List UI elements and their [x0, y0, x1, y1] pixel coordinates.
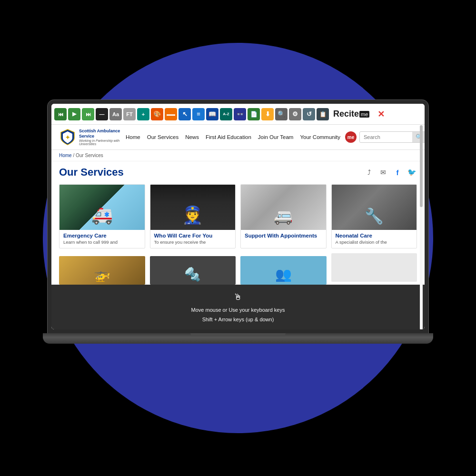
- glasses-button[interactable]: 👓: [234, 108, 246, 120]
- breadcrumb-home[interactable]: Home: [59, 153, 72, 158]
- recite-logo: Reciteme: [333, 109, 369, 119]
- card-image-mechanic: [150, 256, 236, 285]
- scrollbar-track: [420, 125, 423, 329]
- instruction-line1: Move mouse or Use your keyboard keys: [191, 307, 285, 313]
- nav-join-team[interactable]: Join Our Team: [258, 134, 294, 140]
- logo-shield-icon: ✦: [59, 129, 76, 146]
- font-size-button[interactable]: Aa: [109, 108, 122, 120]
- color-wheel-button[interactable]: 🎨: [151, 108, 163, 120]
- card-title-neonatal-care: Neonatal Care: [332, 230, 417, 239]
- page-title: Our Services: [59, 166, 124, 178]
- stop-button[interactable]: —: [96, 108, 108, 120]
- dictionary-button[interactable]: A-Z: [220, 108, 232, 120]
- card-image-group: [240, 256, 327, 285]
- keyboard-instruction-overlay: 🖱 Move mouse or Use your keyboard keys S…: [51, 285, 425, 329]
- scrollbar-thumb[interactable]: [420, 125, 423, 207]
- cursor-button[interactable]: ↖: [178, 108, 191, 120]
- nav-home[interactable]: Home: [126, 134, 140, 140]
- email-share-icon[interactable]: ✉: [378, 167, 388, 178]
- card-image-helicopter: [59, 256, 145, 285]
- card-image-placeholder: [331, 253, 417, 282]
- close-toolbar-button[interactable]: ✕: [375, 108, 387, 120]
- page-title-row: Our Services ⤴ ✉ f 🐦: [59, 166, 417, 178]
- text-align-button[interactable]: ≡: [192, 108, 205, 120]
- service-cards-grid: Emergency Care Learn when to call 999 an…: [59, 184, 417, 248]
- svg-text:✦: ✦: [65, 134, 70, 141]
- laptop-device: ⏮ ▶ ⏭ — Aa FT + 🎨 ▬▬ ↖ ≡ 📖 A-Z 👓 📄 ⬇ 🔍 ⚙…: [48, 100, 428, 367]
- nav-our-services[interactable]: Our Services: [147, 134, 178, 140]
- scrollbar[interactable]: [420, 125, 423, 329]
- card-desc-who-will-care: To ensure you receive the: [150, 239, 236, 248]
- document-button[interactable]: 📄: [248, 108, 260, 120]
- me-icon: me: [345, 131, 357, 143]
- add-button[interactable]: +: [137, 108, 149, 120]
- nav-news[interactable]: News: [185, 134, 199, 140]
- logo-area: ✦ Scottish Ambulance Service Working in …: [59, 129, 121, 146]
- settings-button[interactable]: ⚙: [289, 108, 301, 120]
- font-type-button[interactable]: FT: [123, 108, 136, 120]
- copy-button[interactable]: 📋: [317, 108, 329, 120]
- search-box: 🔍: [359, 131, 425, 143]
- accessibility-toolbar: ⏮ ▶ ⏭ — Aa FT + 🎨 ▬▬ ↖ ≡ 📖 A-Z 👓 📄 ⬇ 🔍 ⚙…: [51, 104, 425, 125]
- main-content: Our Services ⤴ ✉ f 🐦 Emergency Care: [51, 161, 425, 289]
- search-input[interactable]: [360, 132, 412, 142]
- card-title-who-will-care: Who Will Care For You: [150, 230, 236, 239]
- book-button[interactable]: 📖: [206, 108, 218, 120]
- card-image-equipment: [332, 185, 417, 230]
- service-card-support-appointments[interactable]: Support With Appointments: [240, 184, 327, 248]
- card-title-support-appointments: Support With Appointments: [241, 230, 326, 239]
- fast-forward-button[interactable]: ⏭: [82, 108, 94, 120]
- card-image-van: [241, 185, 326, 230]
- play-button[interactable]: ▶: [68, 108, 80, 120]
- breadcrumb-current: Our Services: [76, 153, 103, 158]
- service-card-who-will-care[interactable]: Who Will Care For You To ensure you rece…: [150, 184, 236, 248]
- download-button[interactable]: ⬇: [261, 108, 274, 120]
- site-content: ✦ Scottish Ambulance Service Working in …: [51, 125, 425, 329]
- breadcrumb: Home / Our Services: [51, 150, 425, 161]
- share-icon[interactable]: ⤴: [364, 167, 374, 178]
- laptop-screen-bezel: ⏮ ▶ ⏭ — Aa FT + 🎨 ▬▬ ↖ ≡ 📖 A-Z 👓 📄 ⬇ 🔍 ⚙…: [48, 100, 428, 333]
- logo-name: Scottish Ambulance Service: [79, 129, 121, 139]
- laptop-base: [43, 333, 433, 344]
- bottom-cards-row: [59, 253, 417, 285]
- card-desc-neonatal-care: A specialist division of the: [332, 239, 417, 248]
- recite-label: Recite: [333, 109, 359, 119]
- card-desc-support-appointments: [241, 239, 326, 242]
- card-image-ambulance: [60, 185, 145, 230]
- card-desc-emergency-care: Learn when to call 999 and: [60, 239, 145, 248]
- rewind-button[interactable]: ⏮: [54, 108, 67, 120]
- breadcrumb-separator: /: [73, 153, 74, 158]
- nav-first-aid[interactable]: First Aid Education: [206, 134, 251, 140]
- facebook-share-icon[interactable]: f: [392, 167, 403, 178]
- nav-community[interactable]: Your Community: [300, 134, 340, 140]
- twitter-share-icon[interactable]: 🐦: [407, 167, 417, 178]
- card-image-paramedic: [150, 185, 236, 230]
- card-title-emergency-care: Emergency Care: [60, 230, 145, 239]
- zoom-button[interactable]: 🔍: [275, 108, 288, 120]
- main-nav: Home Our Services News First Aid Educati…: [126, 134, 340, 140]
- search-button[interactable]: 🔍: [412, 132, 425, 142]
- service-card-neonatal-care[interactable]: Neonatal Care A specialist division of t…: [331, 184, 417, 248]
- recite-me-suffix: me: [359, 111, 369, 118]
- site-header: ✦ Scottish Ambulance Service Working in …: [51, 125, 425, 150]
- instruction-line2: Shift + Arrow keys (up & down): [202, 317, 274, 322]
- mouse-icon: 🖱: [56, 289, 420, 305]
- refresh-button[interactable]: ↺: [303, 108, 315, 120]
- highlight-button[interactable]: ▬▬: [165, 108, 177, 120]
- logo-subtitle: Working in Partnership with Universities: [79, 139, 121, 146]
- service-card-emergency-care[interactable]: Emergency Care Learn when to call 999 an…: [59, 184, 145, 248]
- share-icons-group: ⤴ ✉ f 🐦: [364, 167, 417, 178]
- header-right: me 🔍: [345, 131, 425, 143]
- laptop-screen: ⏮ ▶ ⏭ — Aa FT + 🎨 ▬▬ ↖ ≡ 📖 A-Z 👓 📄 ⬇ 🔍 ⚙…: [51, 104, 425, 329]
